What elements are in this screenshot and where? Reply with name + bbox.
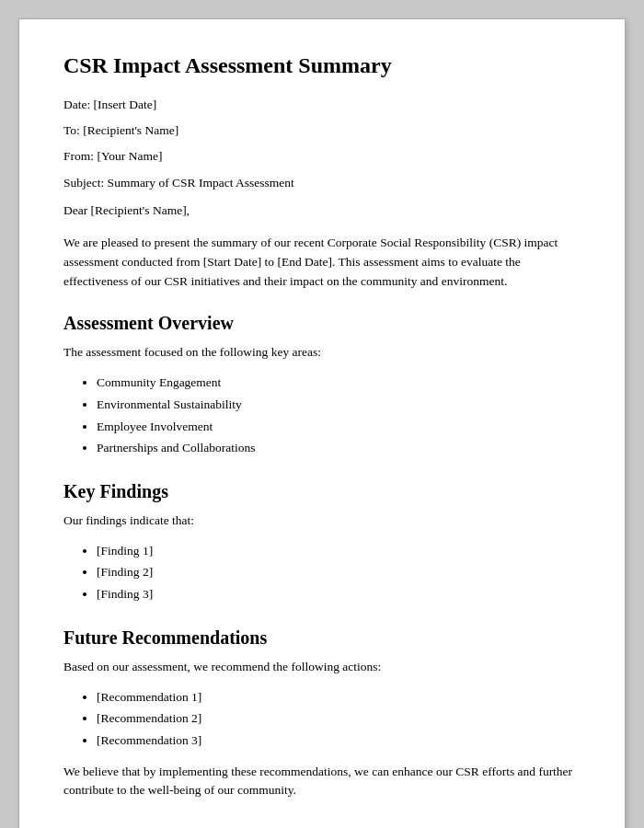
bullet-finding-3: [Finding 3] (97, 583, 581, 605)
bullet-partnerships-collaborations: Partnerships and Collaborations (97, 437, 581, 459)
bullet-employee-involvement: Employee Involvement (97, 416, 581, 438)
section-heading-assessment-overview: Assessment Overview (63, 313, 581, 334)
subject-line: Subject: Summary of CSR Impact Assessmen… (63, 174, 581, 192)
key-findings-intro: Our findings indicate that: (63, 512, 581, 531)
document-container: CSR Impact Assessment Summary Date: [Ins… (18, 18, 626, 828)
assessment-overview-intro: The assessment focused on the following … (63, 343, 581, 362)
intro-paragraph: We are pleased to present the summary of… (63, 234, 581, 292)
recommendations-bullets: [Recommendation 1] [Recommendation 2] [R… (97, 686, 581, 752)
bullet-community-engagement: Community Engagement (97, 372, 581, 394)
bullet-recommendation-1: [Recommendation 1] (97, 686, 581, 708)
bullet-finding-1: [Finding 1] (97, 540, 581, 562)
future-recommendations-intro: Based on our assessment, we recommend th… (63, 658, 581, 677)
assessment-overview-bullets: Community Engagement Environmental Susta… (97, 372, 581, 459)
date-line: Date: [Insert Date] (63, 96, 581, 114)
closing-paragraph: We believe that by implementing these re… (63, 763, 581, 801)
document-title: CSR Impact Assessment Summary (63, 52, 581, 79)
bullet-recommendation-3: [Recommendation 3] (97, 730, 581, 752)
key-findings-bullets: [Finding 1] [Finding 2] [Finding 3] (97, 540, 581, 605)
bullet-finding-2: [Finding 2] (97, 561, 581, 583)
greeting-text: Dear [Recipient's Name], (63, 201, 581, 221)
section-heading-future-recommendations: Future Recommendations (63, 627, 581, 649)
bullet-environmental-sustainability: Environmental Sustainability (97, 394, 581, 416)
to-line: To: [Recipient's Name] (63, 121, 581, 140)
section-heading-key-findings: Key Findings (63, 481, 581, 502)
from-line: From: [Your Name] (63, 147, 581, 166)
bullet-recommendation-2: [Recommendation 2] (97, 707, 581, 730)
